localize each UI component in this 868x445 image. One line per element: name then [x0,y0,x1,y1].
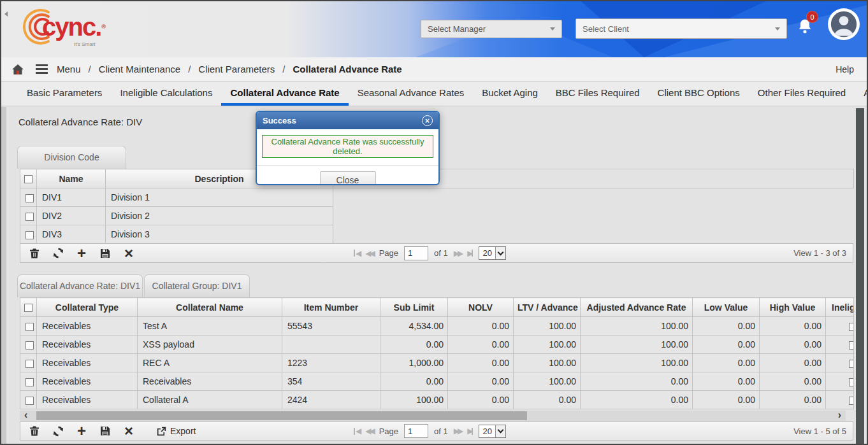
cell-sub-limit[interactable]: 1,000.00 [380,354,448,372]
home-icon[interactable] [11,64,24,75]
cancel-edit-icon[interactable]: × [123,425,134,437]
tab-item[interactable]: BBC Files Required [547,81,649,106]
prev-page-button[interactable]: ◀◀ [365,427,373,435]
cell-high-value[interactable]: 0.00 [760,354,826,372]
cell-name[interactable]: DIV1 [37,188,106,207]
tab-division-code[interactable]: Division Code [17,146,126,169]
column-header-sub-limit[interactable]: Sub Limit [380,298,448,317]
cell-collateral-type[interactable]: Receivables [37,317,138,336]
cell-name[interactable]: DIV3 [37,225,106,244]
cell-nolv[interactable]: 0.00 [448,391,514,409]
cell-low-value[interactable]: 0.00 [693,317,760,336]
prev-page-button[interactable]: ◀◀ [365,249,373,258]
next-page-button[interactable]: ▶▶ [454,249,461,258]
cell-ltv-advance[interactable]: 0.00 [514,391,581,409]
tab-item[interactable]: Seasonal Advance Rates [349,81,474,106]
column-header-collateral-name[interactable]: Collateral Name [138,298,282,317]
breadcrumb-menu[interactable]: Menu [57,64,81,74]
cell-item-number[interactable]: 2424 [282,391,380,409]
column-header-ltv-advance[interactable]: LTV / Advance [514,298,581,317]
cell-nolv[interactable]: 0.00 [448,317,514,336]
tab-item[interactable]: Collateral Advance Rate [221,81,348,106]
column-header-high-value[interactable]: High Value [760,298,826,317]
add-row-icon[interactable]: + [76,425,87,437]
cell-high-value[interactable]: 0.00 [760,317,826,336]
last-page-button[interactable]: ▶ [467,427,473,435]
column-header-low-value[interactable]: Low Value [693,298,760,317]
cell-ltv-advance[interactable]: 100.00 [514,372,581,391]
save-icon[interactable] [99,425,111,437]
help-link[interactable]: Help [835,64,854,74]
cell-item-number[interactable]: 55543 [282,317,380,336]
cell-low-value[interactable]: 0.00 [693,391,760,409]
page-input[interactable] [404,246,428,260]
breadcrumb-item-client-parameters[interactable]: Client Parameters [198,64,275,74]
select-client-dropdown[interactable]: Select Client [575,18,787,39]
column-header-nolv[interactable]: NOLV [448,298,514,317]
table-row[interactable]: Receivables Collateral A 2424 100.00 0.0… [20,391,854,409]
save-icon[interactable] [99,248,111,259]
right-scroll-strip[interactable] [856,108,864,444]
row-checkbox[interactable] [20,317,37,336]
delete-icon[interactable] [29,425,40,437]
table-row[interactable]: Receivables XSS payload 0.00 0.00 100.00… [20,336,854,354]
tab-collateral-group[interactable]: Collateral Group: DIV1 [144,274,250,297]
menu-hamburger-icon[interactable] [36,62,48,76]
delete-icon[interactable] [29,248,40,259]
horizontal-scrollbar[interactable]: ‹ › [20,411,846,421]
select-all-checkbox[interactable] [20,298,37,317]
scrollbar-thumb[interactable] [36,411,527,420]
column-header-adjusted-advance-rate[interactable]: Adjusted Advance Rate [581,298,693,317]
cell-sub-limit[interactable]: 100.00 [380,391,448,409]
cell-collateral-name[interactable]: Test A [138,317,282,336]
cell-low-value[interactable]: 0.00 [693,354,760,372]
cell-collateral-name[interactable]: XSS payload [138,336,282,354]
row-checkbox[interactable] [20,225,37,244]
cell-low-value[interactable]: 0.00 [693,336,760,354]
tab-item[interactable]: Other Files Required [749,81,855,106]
cell-item-number[interactable] [282,336,380,354]
cell-collateral-name[interactable]: REC A [138,354,282,372]
cell-adjusted-advance-rate[interactable]: 0.00 [581,391,693,409]
column-header-collateral-type[interactable]: Collateral Type [37,298,138,317]
cell-ltv-advance[interactable]: 100.00 [514,336,581,354]
close-button[interactable]: Close [320,171,376,185]
scroll-right-icon[interactable]: › [838,409,841,421]
cell-high-value[interactable]: 0.00 [760,391,826,409]
cell-item-number[interactable]: 1223 [282,354,380,372]
cell-item-number[interactable]: 354 [282,372,380,391]
cancel-edit-icon[interactable]: × [123,248,134,259]
table-row[interactable]: Receivables REC A 1223 1,000.00 0.00 100… [20,354,854,372]
row-checkbox[interactable] [20,188,37,207]
table-row[interactable]: DIV2 Division 2 [20,207,854,225]
cell-sub-limit[interactable]: 4,534.00 [380,317,448,336]
cell-nolv[interactable]: 0.00 [448,372,514,391]
cell-collateral-name[interactable]: Receivables [138,372,282,391]
table-row[interactable]: DIV3 Division 3 [20,225,854,244]
cell-high-value[interactable]: 0.00 [760,372,826,391]
tab-item[interactable]: Ineligible Calculations [111,81,221,106]
tab-item[interactable]: Activity Tickler [855,81,867,106]
table-row[interactable]: DIV1 Division 1 [20,188,854,207]
cell-collateral-type[interactable]: Receivables [37,372,138,391]
column-header-name[interactable]: Name [37,169,106,188]
cell-adjusted-advance-rate[interactable]: 100.00 [581,317,693,336]
cell-ineligible-checkbox[interactable] [826,372,854,391]
cell-sub-limit[interactable]: 0.00 [380,372,448,391]
row-checkbox[interactable] [20,336,37,354]
scroll-left-icon[interactable]: ‹ [24,409,27,421]
cell-collateral-type[interactable]: Receivables [37,336,138,354]
tab-item[interactable]: Basic Parameters [18,81,111,106]
column-header-item-number[interactable]: Item Number [282,298,380,317]
row-checkbox[interactable] [20,207,37,225]
refresh-icon[interactable] [52,248,64,259]
close-icon[interactable]: × [422,115,433,126]
tab-item[interactable]: Client BBC Options [649,81,749,106]
page-input[interactable] [404,424,428,438]
breadcrumb-item-client-maintenance[interactable]: Client Maintenance [99,64,180,74]
add-row-icon[interactable]: + [76,248,87,259]
cell-low-value[interactable]: 0.00 [693,372,760,391]
row-checkbox[interactable] [20,372,37,391]
page-size-select[interactable]: 20 [479,246,505,260]
cell-ineligible-checkbox[interactable] [826,336,854,354]
